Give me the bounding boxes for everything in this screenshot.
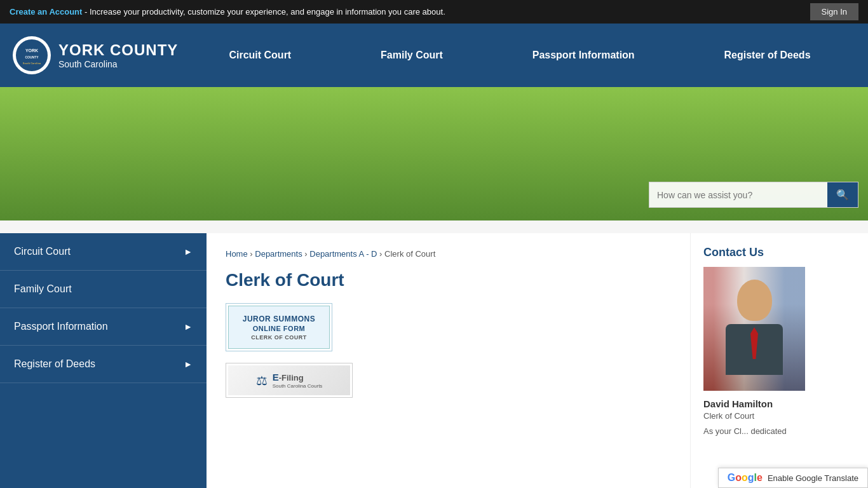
top-bar: Create an Account - Increase your produc… bbox=[0, 0, 868, 24]
search-button[interactable]: 🔍 bbox=[827, 182, 858, 207]
page-title: Clerk of Court bbox=[226, 270, 671, 290]
state-name: South Carolina bbox=[58, 59, 178, 69]
person-body bbox=[726, 324, 783, 375]
efiling-main-text: E-Filing bbox=[273, 372, 323, 383]
efiling-sub-text: South Carolina Courts bbox=[273, 383, 323, 389]
breadcrumb-departments-ad[interactable]: Departments A - D bbox=[309, 249, 377, 259]
sidebar-item-family-court[interactable]: Family Court bbox=[0, 271, 207, 308]
efiling-card[interactable]: ⚖ E-Filing South Carolina Courts bbox=[226, 363, 671, 398]
svg-text:YORK: YORK bbox=[25, 48, 38, 53]
juror-line2: ONLINE FORM bbox=[253, 325, 306, 332]
nav-passport-info[interactable]: Passport Information bbox=[523, 43, 644, 67]
translate-bar[interactable]: Google Enable Google Translate bbox=[718, 468, 868, 488]
chevron-right-icon: ► bbox=[184, 247, 193, 257]
sidebar-item-passport-info[interactable]: Passport Information ► bbox=[0, 308, 207, 346]
search-box: 🔍 bbox=[649, 182, 858, 208]
contact-name: David Hamilton bbox=[703, 398, 855, 409]
contact-role: Clerk of Court bbox=[703, 411, 855, 421]
breadcrumb-home[interactable]: Home bbox=[226, 249, 248, 259]
sign-in-button[interactable]: Sign In bbox=[810, 3, 858, 20]
sidebar-label: Register of Deeds bbox=[14, 358, 95, 370]
person-head bbox=[737, 280, 772, 321]
contact-photo bbox=[703, 267, 805, 391]
sidebar-item-register-of-deeds[interactable]: Register of Deeds ► bbox=[0, 346, 207, 383]
google-g-icon: Google bbox=[728, 472, 763, 484]
breadcrumb-current: Clerk of Court bbox=[384, 249, 435, 259]
main-content: Circuit Court ► Family Court Passport In… bbox=[0, 233, 868, 488]
juror-line1: JUROR SUMMONS bbox=[243, 315, 316, 323]
sidebar-label: Circuit Court bbox=[14, 246, 71, 257]
chevron-right-icon: ► bbox=[184, 322, 193, 332]
site-header: YORK COUNTY South Carolina YORK COUNTY S… bbox=[0, 24, 868, 87]
logo-area: YORK COUNTY South Carolina YORK COUNTY S… bbox=[13, 36, 184, 74]
contact-title: Contact Us bbox=[703, 246, 855, 259]
nav-register-of-deeds[interactable]: Register of Deeds bbox=[714, 43, 820, 67]
breadcrumb: Home › Departments › Departments A - D ›… bbox=[226, 249, 671, 259]
translate-label: Enable Google Translate bbox=[768, 473, 858, 483]
right-panel: Contact Us David Hamilton Clerk of Court… bbox=[690, 233, 868, 488]
svg-text:COUNTY: COUNTY bbox=[25, 55, 39, 59]
juror-line3: CLERK OF COURT bbox=[251, 334, 307, 341]
sidebar-label: Passport Information bbox=[14, 321, 108, 332]
logo-text: YORK COUNTY South Carolina bbox=[58, 41, 178, 69]
sidebar-label: Family Court bbox=[14, 283, 72, 295]
juror-summons-card[interactable]: JUROR SUMMONS ONLINE FORM CLERK OF COURT bbox=[226, 303, 671, 351]
page-body: Home › Departments › Departments A - D ›… bbox=[207, 233, 690, 488]
logo-icon: YORK COUNTY South Carolina bbox=[13, 36, 51, 74]
create-account-link[interactable]: Create an Account bbox=[10, 7, 82, 17]
hero-banner: 🔍 bbox=[0, 87, 868, 220]
chevron-right-icon: ► bbox=[184, 359, 193, 369]
contact-description: As your Cl... dedicated bbox=[703, 426, 855, 437]
search-input[interactable] bbox=[649, 184, 827, 207]
sidebar-item-circuit-court[interactable]: Circuit Court ► bbox=[0, 233, 207, 271]
breadcrumb-departments[interactable]: Departments bbox=[255, 249, 302, 259]
nav-family-court[interactable]: Family Court bbox=[371, 43, 452, 67]
svg-text:South Carolina: South Carolina bbox=[23, 62, 41, 65]
main-nav: Circuit Court Family Court Passport Info… bbox=[184, 43, 855, 67]
topbar-message: Create an Account - Increase your produc… bbox=[10, 7, 445, 17]
nav-circuit-court[interactable]: Circuit Court bbox=[219, 43, 301, 67]
county-name: YORK COUNTY bbox=[58, 41, 178, 59]
sidebar: Circuit Court ► Family Court Passport In… bbox=[0, 233, 207, 488]
efiling-icon: ⚖ bbox=[256, 373, 268, 388]
